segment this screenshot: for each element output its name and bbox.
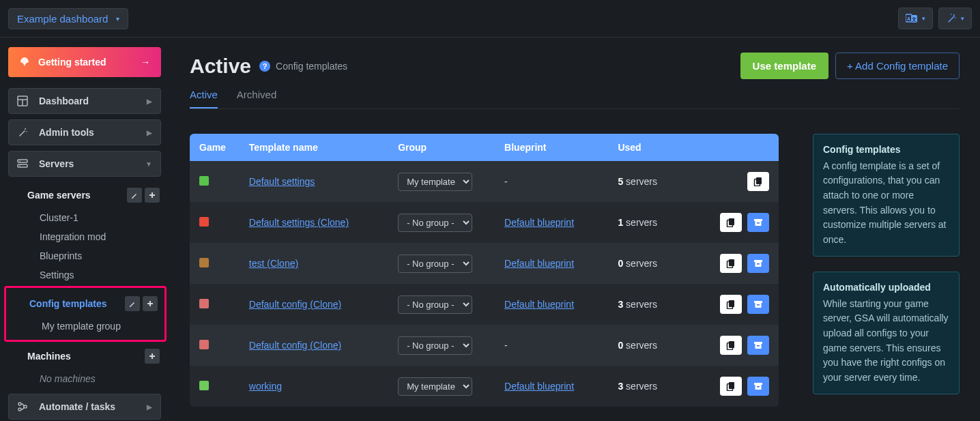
copy-button[interactable] — [720, 295, 742, 314]
edit-button[interactable] — [125, 296, 140, 311]
sidebar-item-my-template-group[interactable]: My template group — [12, 317, 159, 336]
nav-servers[interactable]: Servers ▼ — [8, 151, 161, 177]
copy-icon — [726, 218, 736, 227]
table-row: test (Clone)My template- No group -Defau… — [190, 243, 779, 284]
game-servers-head[interactable]: Game servers — [10, 182, 161, 208]
sidebar-item-blueprints[interactable]: Blueprints — [10, 246, 161, 265]
translate-icon: A 文 — [906, 14, 918, 23]
sidebar-item-settings[interactable]: Settings — [10, 265, 161, 285]
page-title: Active — [190, 55, 251, 78]
nav-automate[interactable]: Automate / tasks ▶ — [8, 394, 161, 420]
svg-rect-30 — [757, 263, 760, 265]
col-template-name: Template name — [240, 134, 388, 161]
group-select[interactable]: My template- No group - — [398, 295, 472, 314]
sidebar-item-integration-mod[interactable]: Integration mod — [10, 227, 161, 246]
svg-text:A: A — [907, 16, 910, 21]
arrow-right-icon: → — [141, 57, 150, 68]
archive-button[interactable] — [747, 254, 769, 273]
magic-button[interactable]: ▾ — [938, 8, 972, 29]
svg-rect-41 — [729, 382, 734, 389]
template-link[interactable]: test (Clone) — [249, 258, 298, 269]
nav-dashboard[interactable]: Dashboard ▶ — [8, 88, 161, 114]
col-used: Used — [608, 134, 700, 161]
chevron-right-icon: ▶ — [147, 403, 152, 411]
tab-archived[interactable]: Archived — [237, 89, 276, 108]
getting-started-button[interactable]: Getting started → — [8, 47, 161, 77]
svg-point-14 — [19, 160, 20, 162]
config-table: Game Template name Group Blueprint Used … — [190, 134, 779, 407]
use-template-button[interactable]: Use template — [740, 53, 828, 79]
main: Active ? Config templates Use template +… — [169, 38, 980, 421]
sidebar-item-cluster1[interactable]: Cluster-1 — [10, 208, 161, 227]
archive-button[interactable] — [747, 213, 769, 232]
svg-rect-31 — [729, 300, 734, 307]
svg-rect-19 — [756, 177, 762, 184]
branch-icon — [17, 401, 29, 412]
svg-point-10 — [25, 128, 26, 130]
tab-active[interactable]: Active — [190, 89, 218, 108]
caret-down-icon: ▾ — [116, 15, 119, 23]
group-select[interactable]: My template- No group - — [398, 336, 472, 355]
archive-icon — [753, 218, 763, 227]
translate-button[interactable]: A 文 ▾ — [898, 8, 933, 29]
table-row: Default config (Clone)My template- No gr… — [190, 325, 779, 366]
config-templates-head[interactable]: Config templates — [12, 291, 159, 317]
archive-icon — [753, 381, 763, 391]
wand-icon — [17, 127, 29, 138]
blueprint-link[interactable]: Default blueprint — [504, 258, 574, 269]
grid-icon — [17, 96, 29, 106]
nav-automate-label: Automate / tasks — [39, 401, 115, 412]
sidebar-item-no-machines: No machines — [10, 369, 161, 388]
template-link[interactable]: Default config (Clone) — [249, 340, 341, 351]
add-button[interactable] — [145, 349, 160, 364]
template-link[interactable]: working — [249, 381, 282, 392]
template-link[interactable]: Default settings — [249, 176, 315, 187]
table-row: Default settings (Clone)My template- No … — [190, 202, 779, 243]
nav-servers-label: Servers — [39, 158, 74, 169]
used-count: 0 servers — [618, 340, 657, 351]
topbar-right: A 文 ▾ ▾ — [898, 8, 972, 29]
group-select[interactable]: My template- No group - — [398, 255, 472, 273]
template-link[interactable]: Default config (Clone) — [249, 299, 341, 310]
pencil-icon — [130, 191, 139, 199]
edit-button[interactable] — [127, 188, 142, 203]
dashboard-select[interactable]: Example dashboard ▾ — [8, 8, 128, 29]
machines-head[interactable]: Machines — [10, 343, 161, 369]
blueprint-link[interactable]: Default blueprint — [504, 217, 574, 228]
help-icon[interactable]: ? — [259, 61, 270, 72]
template-link[interactable]: Default settings (Clone) — [249, 217, 349, 228]
add-button[interactable] — [143, 296, 158, 311]
table-wrap: Game Template name Group Blueprint Used … — [190, 134, 779, 407]
archive-icon — [753, 340, 763, 350]
config-templates-label: Config templates — [29, 298, 107, 309]
copy-button[interactable] — [720, 336, 742, 355]
content-row: Game Template name Group Blueprint Used … — [190, 134, 960, 407]
add-config-button[interactable]: + Add Config template — [835, 53, 960, 79]
plus-icon — [148, 352, 156, 360]
archive-button[interactable] — [747, 295, 769, 314]
caret-down-icon: ▾ — [961, 15, 964, 22]
blueprint-link[interactable]: Default blueprint — [504, 299, 574, 310]
group-select[interactable]: My template- No group - — [398, 214, 472, 232]
group-select[interactable]: My template- No group - — [398, 377, 472, 396]
group-select[interactable]: My template- No group - — [398, 173, 472, 191]
copy-button[interactable] — [720, 377, 742, 396]
copy-icon — [753, 177, 763, 186]
table-row: Default config (Clone)My template- No gr… — [190, 284, 779, 325]
archive-button[interactable] — [747, 377, 769, 396]
side-panels: Config templates A config template is a … — [813, 134, 960, 394]
nav-admin-tools[interactable]: Admin tools ▶ — [8, 119, 161, 145]
copy-button[interactable] — [747, 172, 769, 191]
blueprint-link[interactable]: Default blueprint — [504, 381, 574, 392]
info-title: Config templates — [823, 143, 949, 158]
add-button[interactable] — [145, 188, 160, 203]
svg-point-5 — [955, 17, 956, 18]
svg-point-17 — [18, 408, 21, 411]
archive-button[interactable] — [747, 336, 769, 355]
copy-button[interactable] — [720, 254, 742, 273]
nav-admin-tools-label: Admin tools — [39, 127, 94, 138]
col-actions — [701, 134, 779, 161]
table-row: Default settingsMy template- No group --… — [190, 161, 779, 202]
svg-rect-38 — [754, 342, 762, 344]
copy-button[interactable] — [720, 213, 742, 232]
